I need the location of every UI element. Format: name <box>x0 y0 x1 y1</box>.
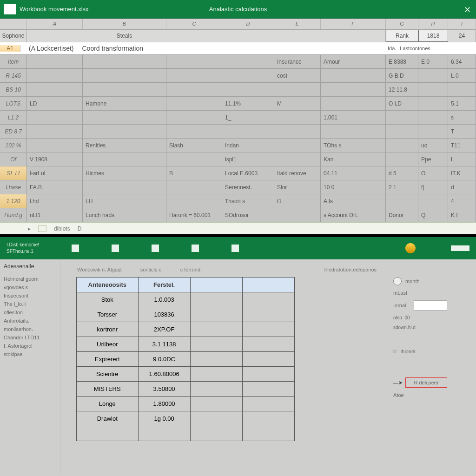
ribbon-item-3[interactable] <box>152 245 159 252</box>
grid-cell[interactable]: TOhs s <box>321 139 386 152</box>
sidebar-item[interactable]: oflesiton <box>4 310 56 318</box>
grid-cell[interactable] <box>166 180 222 194</box>
grid-cell[interactable]: B <box>166 166 222 180</box>
grid-cell[interactable]: 10 0 <box>321 180 386 194</box>
sheet-tab-2[interactable]: D <box>78 225 82 232</box>
table-cell[interactable]: 3.1 1138 <box>138 337 190 352</box>
grid-cell[interactable] <box>274 208 321 222</box>
grid-cell[interactable]: l.hd <box>27 194 83 208</box>
grid-cell[interactable]: 11.1% <box>222 97 274 110</box>
ribbon-item-1[interactable] <box>72 245 79 252</box>
table-cell[interactable] <box>242 367 294 382</box>
table-cell[interactable]: 1.80000 <box>138 397 190 411</box>
sidebar-item[interactable]: Inspecsont <box>4 293 56 301</box>
grid-cell[interactable]: 2 1 <box>386 180 418 194</box>
grid-cell[interactable]: uo <box>418 139 448 152</box>
col-letter-b[interactable]: B <box>83 19 166 29</box>
grid-cell[interactable] <box>166 55 222 68</box>
row-head-cell[interactable]: 102 % <box>0 139 27 152</box>
sidebar-item[interactable]: monliserhon. <box>4 326 56 335</box>
table-cell[interactable] <box>190 397 242 411</box>
grid-cell[interactable]: E 8388 <box>386 55 418 68</box>
grid-cell[interactable] <box>27 69 83 82</box>
grid-cell[interactable]: 1_ <box>222 111 274 124</box>
sidebar-item[interactable]: Helmeral goom <box>4 276 56 284</box>
grid-cell[interactable] <box>166 194 222 208</box>
row-head-cell[interactable]: I.hase <box>0 180 27 194</box>
table-cell[interactable] <box>190 426 242 441</box>
table-cell[interactable] <box>242 337 294 352</box>
grid-cell[interactable]: s Account DrL <box>321 208 386 222</box>
col-letter-h[interactable]: H <box>418 19 448 29</box>
grid-cell[interactable]: LH <box>83 194 166 208</box>
ribbon-item-5[interactable] <box>231 245 239 252</box>
grid-cell[interactable] <box>274 83 321 96</box>
table-cell[interactable]: 1.60.80006 <box>138 367 190 382</box>
table-cell[interactable]: Exprerert <box>77 352 139 367</box>
col-letter-i[interactable]: I <box>448 19 476 29</box>
row-head-cell[interactable]: L1 2 <box>0 111 27 124</box>
table-cell[interactable] <box>242 426 294 441</box>
sidebar-item[interactable]: I. Asfortagrol <box>4 343 56 351</box>
table-header[interactable] <box>190 278 242 292</box>
option-circle-icon[interactable] <box>393 277 402 285</box>
table-cell[interactable]: Longe <box>77 397 139 411</box>
grid-cell[interactable] <box>27 83 83 96</box>
grid-cell[interactable] <box>83 125 166 138</box>
grid-cell[interactable] <box>27 139 83 152</box>
table-cell[interactable] <box>190 292 242 307</box>
grid-cell[interactable]: LD <box>27 97 83 110</box>
table-cell[interactable]: Drawlot <box>77 411 139 426</box>
grid-cell[interactable]: Lunch hads <box>83 208 166 222</box>
sidebar-item[interactable] <box>4 360 56 368</box>
grid-cell[interactable]: G B.D <box>386 69 418 82</box>
col-letter-blank[interactable] <box>0 19 27 29</box>
grid-cell[interactable] <box>386 139 418 152</box>
ribbon-item-2[interactable] <box>112 245 119 252</box>
grid-cell[interactable] <box>386 125 418 138</box>
grid-cell[interactable]: Amour <box>321 55 386 68</box>
grid-cell[interactable]: cost <box>274 69 321 82</box>
table-cell[interactable] <box>190 382 242 397</box>
table-cell[interactable]: 103836 <box>138 307 190 322</box>
row-head-cell[interactable]: Hund.g <box>0 208 27 222</box>
table-cell[interactable] <box>190 352 242 367</box>
sidebar-item[interactable] <box>4 368 56 377</box>
table-cell[interactable] <box>190 367 242 382</box>
grid-cell[interactable] <box>27 111 83 124</box>
grid-cell[interactable] <box>386 152 418 166</box>
highlighted-option[interactable]: R delcpeer <box>405 377 447 388</box>
table-header[interactable]: Ferstel. <box>138 278 190 292</box>
table-cell[interactable]: 3.50800 <box>138 382 190 397</box>
sidebar-item[interactable]: vqowdes s <box>4 284 56 293</box>
table-header[interactable]: Anteneoosits <box>77 278 139 292</box>
col-letter-c[interactable]: C <box>166 19 222 29</box>
grid-cell[interactable] <box>83 83 166 96</box>
table-cell[interactable] <box>242 352 294 367</box>
grid-cell[interactable]: IT.K <box>448 166 476 180</box>
grid-cell[interactable] <box>166 83 222 96</box>
sidebar-item[interactable]: stokipse <box>4 351 56 360</box>
formula-input[interactable]: (A Lockcertiset) Coord transformation <box>20 45 388 52</box>
col-letter-a[interactable]: A <box>27 19 83 29</box>
grid-cell[interactable]: Serennest. <box>222 180 274 194</box>
grid-cell[interactable] <box>418 97 448 110</box>
tab-nav-icon[interactable]: ▸ <box>28 225 31 232</box>
grid-cell[interactable] <box>418 125 448 138</box>
grid-cell[interactable]: Hamone <box>83 97 166 110</box>
table-cell[interactable] <box>138 426 190 441</box>
grid-cell[interactable] <box>83 69 166 82</box>
grid-cell[interactable]: L <box>448 152 476 166</box>
grid-cell[interactable]: Local E.6003 <box>222 166 274 180</box>
row-head-cell[interactable]: R-145 <box>0 69 27 82</box>
grid-cell[interactable] <box>166 152 222 166</box>
grid-cell[interactable]: s <box>448 111 476 124</box>
grid-cell[interactable] <box>418 111 448 124</box>
grid-cell[interactable] <box>83 55 166 68</box>
grid-cell[interactable]: M <box>274 97 321 110</box>
col-letter-g[interactable]: G <box>386 19 418 29</box>
row-head-cell[interactable]: Of <box>0 152 27 166</box>
grid-cell[interactable]: E 0 <box>418 55 448 68</box>
table-cell[interactable] <box>190 322 242 337</box>
table-header[interactable] <box>242 278 294 292</box>
